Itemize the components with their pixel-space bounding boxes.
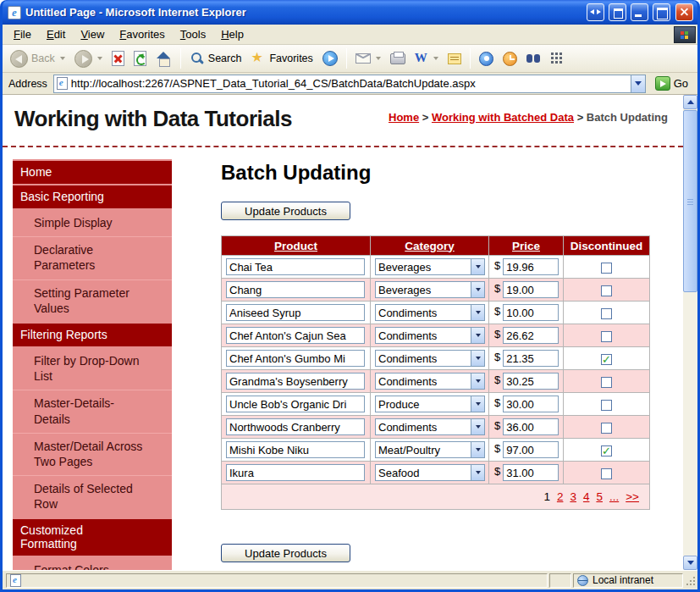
product-name-input[interactable] <box>226 464 365 481</box>
price-input[interactable] <box>503 281 559 298</box>
column-header-label[interactable]: Product <box>274 240 317 252</box>
research-button[interactable] <box>522 52 546 66</box>
product-name-input[interactable] <box>226 418 365 435</box>
product-name-input[interactable] <box>226 258 365 275</box>
category-select[interactable]: Condiments <box>375 304 485 321</box>
print-button[interactable] <box>386 51 410 67</box>
menu-item-edit[interactable]: Edit <box>39 25 73 43</box>
pager-link[interactable]: ... <box>609 490 619 503</box>
product-name-input[interactable] <box>226 396 365 412</box>
discontinued-checkbox[interactable] <box>601 331 612 342</box>
sidebar-item[interactable]: Master-Details-Details <box>13 390 172 432</box>
column-header-label[interactable]: Category <box>405 240 455 252</box>
category-select[interactable]: Condiments <box>375 327 485 344</box>
search-button[interactable]: Search <box>185 48 246 69</box>
go-button[interactable]: Go <box>651 75 692 91</box>
sidebar-item[interactable]: Customized Formatting <box>13 519 172 556</box>
price-input[interactable] <box>503 327 559 344</box>
pager-link[interactable]: 5 <box>596 490 603 503</box>
discontinued-checkbox[interactable] <box>601 354 612 365</box>
category-select[interactable]: Seafood <box>375 464 485 481</box>
discuss-button[interactable] <box>444 51 466 67</box>
titlebar-window-button[interactable] <box>609 3 626 21</box>
address-input[interactable] <box>68 77 631 90</box>
category-select[interactable]: Condiments <box>375 418 485 435</box>
category-select[interactable]: Produce <box>375 396 485 412</box>
discontinued-checkbox[interactable] <box>601 445 612 456</box>
menu-item-view[interactable]: View <box>73 25 112 43</box>
pager-link[interactable]: 4 <box>583 490 590 503</box>
price-input[interactable] <box>503 373 559 390</box>
category-select[interactable]: Beverages <box>375 258 485 275</box>
sidebar-item[interactable]: Declarative Parameters <box>13 236 172 279</box>
home-button[interactable] <box>152 48 176 69</box>
menu-item-help[interactable]: Help <box>213 25 251 43</box>
column-header-label[interactable]: Price <box>512 240 540 252</box>
history-button[interactable] <box>499 49 521 69</box>
price-input[interactable] <box>503 258 559 275</box>
discontinued-checkbox[interactable] <box>601 423 612 434</box>
forward-button[interactable] <box>70 47 107 70</box>
scroll-up-button[interactable] <box>683 95 697 109</box>
column-header-product[interactable]: Product <box>222 236 371 256</box>
menu-item-favorites[interactable]: Favorites <box>112 25 172 43</box>
vertical-scrollbar[interactable] <box>683 95 697 570</box>
quick-links-button[interactable] <box>547 50 567 67</box>
discontinued-checkbox[interactable] <box>601 377 612 388</box>
product-name-input[interactable] <box>226 373 365 390</box>
favorites-button[interactable]: Favorites <box>246 48 317 69</box>
update-products-button-bottom[interactable]: Update Products <box>221 544 350 562</box>
minimize-button[interactable] <box>631 3 648 21</box>
price-input[interactable] <box>503 464 559 481</box>
discontinued-checkbox[interactable] <box>601 400 612 411</box>
column-header-price[interactable]: Price <box>489 236 564 256</box>
close-button[interactable] <box>675 3 693 21</box>
scroll-down-button[interactable] <box>683 556 697 570</box>
titlebar-arrows-button[interactable] <box>587 3 604 21</box>
edit-button[interactable] <box>411 48 443 69</box>
sidebar-item[interactable]: Simple Display <box>13 210 172 236</box>
product-name-input[interactable] <box>226 281 365 298</box>
sidebar-item[interactable]: Master/Detail Across Two Pages <box>13 433 172 475</box>
column-header-category[interactable]: Category <box>371 236 489 256</box>
breadcrumb-link[interactable]: Home <box>389 111 419 124</box>
sidebar-item[interactable]: Filtering Reports <box>13 324 172 346</box>
address-dropdown-button[interactable] <box>631 75 645 92</box>
maximize-button[interactable] <box>653 3 670 21</box>
discontinued-checkbox[interactable] <box>601 263 612 274</box>
sidebar-item[interactable]: Home <box>13 161 172 184</box>
discontinued-checkbox[interactable] <box>601 308 612 319</box>
back-button[interactable]: Back <box>6 47 69 70</box>
pager-link[interactable]: 3 <box>570 490 576 503</box>
product-name-input[interactable] <box>226 350 365 367</box>
price-input[interactable] <box>503 441 559 458</box>
price-input[interactable] <box>503 350 559 367</box>
update-products-button-top[interactable]: Update Products <box>221 202 350 220</box>
category-select[interactable]: Beverages <box>375 281 485 298</box>
sidebar-item[interactable]: Format Colors <box>13 557 172 570</box>
refresh-button[interactable] <box>130 48 151 69</box>
pager-link[interactable]: 2 <box>557 490 564 503</box>
category-select[interactable]: Meat/Poultry <box>375 441 485 458</box>
sidebar-item[interactable]: Filter by Drop-Down List <box>13 348 172 390</box>
product-name-input[interactable] <box>226 327 365 344</box>
mail-button[interactable] <box>351 51 385 66</box>
sidebar-item[interactable]: Details of Selected Row <box>13 475 172 517</box>
pager-link[interactable]: >> <box>626 490 639 503</box>
messenger-button[interactable] <box>475 49 498 69</box>
breadcrumb-link[interactable]: Working with Batched Data <box>432 111 574 124</box>
price-input[interactable] <box>503 418 559 435</box>
price-input[interactable] <box>503 304 559 321</box>
discontinued-checkbox[interactable] <box>601 285 612 296</box>
media-button[interactable] <box>318 48 342 69</box>
sidebar-item[interactable]: Setting Parameter Values <box>13 279 172 322</box>
discontinued-checkbox[interactable] <box>601 468 612 479</box>
category-select[interactable]: Condiments <box>375 350 485 367</box>
menu-item-file[interactable]: File <box>6 25 39 43</box>
price-input[interactable] <box>503 396 559 412</box>
product-name-input[interactable] <box>226 304 365 321</box>
sidebar-item[interactable]: Basic Reporting <box>13 185 172 208</box>
scrollbar-thumb[interactable] <box>683 110 697 292</box>
resize-grip[interactable] <box>685 575 696 586</box>
product-name-input[interactable] <box>226 441 365 458</box>
